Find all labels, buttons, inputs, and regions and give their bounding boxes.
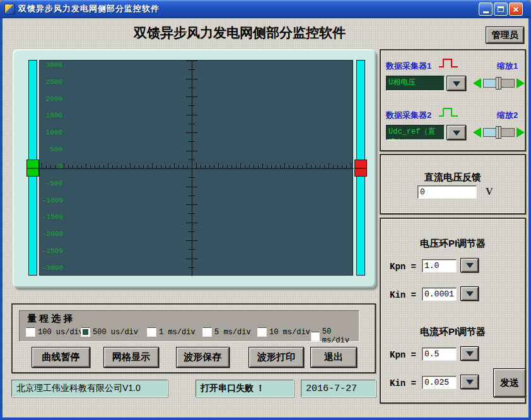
checkbox-icon[interactable] [311, 332, 320, 341]
close-icon: × [513, 4, 519, 15]
right-offset-slider[interactable] [356, 60, 365, 276]
zoom1-label: 缩放1 [497, 61, 518, 72]
voltage-kin-input[interactable] [422, 288, 457, 301]
current-kpn-label: Kpn = [390, 350, 416, 360]
range-option[interactable]: 100 us/div [26, 327, 83, 337]
channel1-select[interactable]: U相电压 [386, 76, 445, 91]
grid-display-button[interactable]: 网格显示 [103, 347, 159, 368]
channel2-select[interactable]: Udc_ref（直流电 压） [386, 125, 445, 140]
feedback-input[interactable] [417, 185, 477, 199]
channel1-dropdown-button[interactable] [446, 76, 466, 91]
minimize-icon [483, 11, 489, 13]
checkbox-icon[interactable] [257, 327, 267, 337]
page-title: 双馈异步风力发电网侧部分监控软件 [95, 24, 385, 42]
range-inner-panel: 量 程 选 择 100 us/div 500 us/div 1 ms/div 5… [19, 310, 359, 342]
collectors-panel: 数据采集器1 缩放1 U相电压 数据采集器2 缩放2 Udc_ref（直流电 压… [380, 49, 526, 151]
left-slider-handle[interactable] [26, 160, 39, 177]
current-kin-dropdown-button[interactable] [460, 375, 479, 389]
print-waveform-button[interactable]: 波形打印 [248, 347, 304, 368]
pulse1-icon [438, 57, 459, 69]
app-window: 双馈异步风力发电网侧部分监控软件 × 双馈异步风力发电网侧部分监控软件 管理员 … [0, 0, 531, 420]
scope-plot: 3000 2500 2000 1500 1000 500 0 -500 -100… [39, 60, 353, 276]
checkbox-icon[interactable] [202, 327, 212, 337]
left-offset-slider[interactable] [28, 60, 37, 276]
voltage-kin-dropdown-button[interactable] [460, 286, 479, 301]
save-waveform-button[interactable]: 波形保存 [176, 347, 230, 368]
app-icon [4, 4, 15, 15]
slider-left-arrow-icon[interactable] [473, 78, 481, 88]
voltage-pi-title: 电压环PI调节器 [381, 238, 525, 250]
chevron-down-icon [466, 351, 474, 360]
maximize-icon [498, 6, 504, 12]
current-kin-label: Kin = [390, 378, 416, 388]
window-title: 双馈异步风力发电网侧部分监控软件 [18, 3, 160, 15]
current-kin-input[interactable] [422, 376, 457, 389]
chevron-down-icon [466, 380, 474, 388]
feedback-panel: 直流电压反馈 V [380, 154, 526, 214]
range-option[interactable]: 500 us/div [81, 327, 138, 337]
range-group: 量 程 选 择 100 us/div 500 us/div 1 ms/div 5… [11, 303, 376, 373]
feedback-title: 直流电压反馈 [381, 172, 525, 184]
voltage-kpn-input[interactable] [422, 259, 457, 272]
checkbox-icon[interactable] [26, 327, 35, 337]
range-title: 量 程 选 择 [27, 313, 73, 325]
voltage-kin-label: Kin = [390, 290, 416, 300]
checkbox-icon[interactable] [147, 327, 156, 337]
oscilloscope-panel: 3000 2500 2000 1500 1000 500 0 -500 -100… [13, 49, 376, 288]
current-pi-title: 电流环PI调节器 [381, 326, 525, 338]
range-option[interactable]: 50 ms/div [311, 327, 359, 345]
chevron-down-icon [466, 263, 474, 272]
zoom2-slider[interactable] [473, 125, 528, 139]
collector2-label: 数据采集器2 [386, 110, 431, 121]
range-option[interactable]: 10 ms/div [257, 327, 310, 337]
feedback-unit: V [486, 186, 493, 197]
date-display: 2016-7-27 [301, 380, 376, 397]
zoom1-slider[interactable] [473, 76, 528, 90]
title-bar[interactable]: 双馈异步风力发电网侧部分监控软件 × [0, 0, 531, 18]
right-slider-handle[interactable] [354, 160, 367, 177]
zoom1-slider-handle[interactable] [496, 77, 501, 90]
checkbox-icon[interactable] [81, 327, 90, 337]
pause-curve-button[interactable]: 曲线暂停 [32, 347, 90, 368]
current-kpn-dropdown-button[interactable] [460, 346, 479, 361]
zoom2-label: 缩放2 [497, 110, 518, 121]
current-kpn-input[interactable] [422, 347, 457, 361]
admin-button[interactable]: 管理员 [486, 26, 524, 44]
company-status: 北京理工伟业科教有限公司V1.0 [11, 380, 168, 397]
serial-status-message: 打开串口失败 ！ [195, 380, 294, 397]
maximize-button[interactable] [494, 3, 508, 16]
range-option[interactable]: 1 ms/div [147, 327, 195, 337]
channel2-dropdown-button[interactable] [446, 125, 466, 140]
close-button[interactable]: × [509, 3, 523, 16]
collector1-label: 数据采集器1 [386, 61, 431, 72]
slider-right-arrow-icon[interactable] [516, 78, 525, 88]
pi-panel: 电压环PI调节器 Kpn = Kin = 电流环PI调节器 Kpn = Kin … [380, 218, 526, 404]
pulse2-icon [438, 106, 459, 119]
chevron-down-icon [453, 81, 460, 90]
voltage-kpn-dropdown-button[interactable] [460, 258, 479, 272]
exit-button[interactable]: 退出 [310, 347, 357, 368]
zoom2-slider-handle[interactable] [496, 126, 501, 139]
chevron-down-icon [453, 131, 460, 139]
slider-right-arrow-icon[interactable] [516, 127, 525, 137]
range-option[interactable]: 5 ms/div [202, 327, 251, 337]
scope-axes [40, 61, 354, 276]
voltage-kpn-label: Kpn = [390, 262, 416, 272]
chevron-down-icon [466, 291, 474, 300]
slider-left-arrow-icon[interactable] [473, 127, 481, 137]
minimize-button[interactable] [479, 3, 493, 16]
send-button[interactable]: 发送 [493, 368, 526, 397]
